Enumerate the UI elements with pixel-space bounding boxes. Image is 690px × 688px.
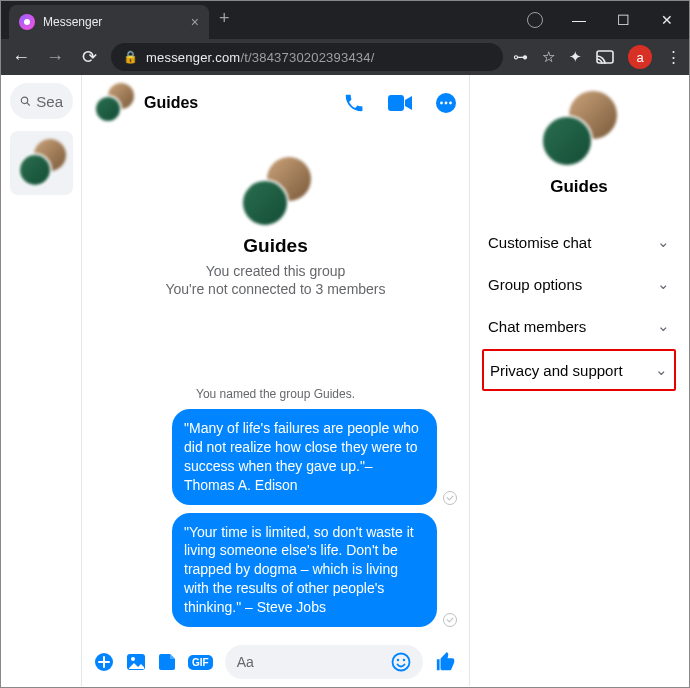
message-row: "Your time is limited, so don't waste it… [94, 513, 457, 627]
detail-row-customise[interactable]: Customise chat ⌄ [474, 221, 684, 263]
chevron-down-icon: ⌄ [657, 233, 670, 251]
browser-titlebar: Messenger × + ― ☐ ✕ [1, 1, 689, 39]
emoji-picker-icon[interactable] [391, 652, 411, 672]
audio-call-button[interactable] [343, 92, 365, 114]
system-message: You named the group Guides. [94, 387, 457, 401]
chat-body: Guides You created this group You're not… [82, 131, 469, 638]
profile-avatar[interactable]: a [628, 45, 652, 69]
browser-tab[interactable]: Messenger × [9, 5, 209, 39]
detail-row-chat-members[interactable]: Chat members ⌄ [474, 305, 684, 347]
svg-point-6 [445, 102, 448, 105]
svg-rect-3 [388, 95, 404, 111]
messenger-favicon [19, 14, 35, 30]
detail-label: Privacy and support [490, 362, 623, 379]
details-avatar[interactable] [541, 91, 617, 167]
delivered-icon [443, 613, 457, 627]
url-text: messenger.com/t/3843730202393434/ [146, 50, 375, 65]
svg-point-12 [397, 659, 399, 661]
detail-row-privacy[interactable]: Privacy and support ⌄ [484, 351, 674, 389]
window-controls: ― ☐ ✕ [513, 5, 689, 35]
gif-button[interactable]: GIF [188, 655, 213, 670]
photo-button[interactable] [126, 653, 146, 671]
tab-title: Messenger [43, 15, 183, 29]
reload-button[interactable]: ⟳ [77, 46, 101, 68]
message-bubble[interactable]: "Your time is limited, so don't waste it… [172, 513, 437, 627]
svg-point-7 [449, 102, 452, 105]
svg-point-11 [393, 654, 410, 671]
message-bubble[interactable]: "Many of life's failures are people who … [172, 409, 437, 505]
message-input[interactable]: Aa [225, 645, 423, 679]
messenger-app: Sea Guides Gui [2, 75, 688, 686]
svg-point-13 [403, 659, 405, 661]
svg-point-1 [21, 97, 27, 103]
detail-label: Customise chat [488, 234, 591, 251]
svg-point-5 [440, 102, 443, 105]
details-hero: Guides [474, 91, 684, 197]
composer: GIF Aa [82, 638, 469, 686]
group-hero: Guides You created this group You're not… [94, 157, 457, 297]
chat-header-avatar[interactable] [94, 83, 134, 123]
group-avatar [18, 139, 66, 187]
chevron-down-icon: ⌄ [657, 275, 670, 293]
conversation-item[interactable] [10, 131, 73, 195]
chat-column: Guides Guides You created this group You… [82, 75, 470, 686]
kebab-menu-icon[interactable]: ⋮ [666, 48, 681, 66]
browser-toolbar: ← → ⟳ 🔒 messenger.com/t/3843730202393434… [1, 39, 689, 75]
bookmark-star-icon[interactable]: ☆ [542, 48, 555, 66]
details-panel: Guides Customise chat ⌄ Group options ⌄ … [470, 75, 688, 686]
forward-button[interactable]: → [43, 47, 67, 68]
delivered-icon [443, 491, 457, 505]
close-window-button[interactable]: ✕ [645, 12, 689, 28]
detail-row-group-options[interactable]: Group options ⌄ [474, 263, 684, 305]
close-tab-icon[interactable]: × [191, 14, 199, 30]
svg-point-10 [131, 657, 135, 661]
highlighted-row: Privacy and support ⌄ [482, 349, 676, 391]
lock-icon: 🔒 [123, 50, 138, 64]
minimize-button[interactable]: ― [557, 12, 601, 28]
search-input[interactable]: Sea [10, 83, 73, 119]
message-row: "Many of life's failures are people who … [94, 409, 457, 505]
password-key-icon[interactable]: ⊶ [513, 48, 528, 66]
sticker-button[interactable] [158, 653, 176, 671]
back-button[interactable]: ← [9, 47, 33, 68]
detail-label: Group options [488, 276, 582, 293]
group-hero-avatar [241, 157, 311, 227]
search-placeholder: Sea [36, 93, 63, 110]
extensions-icon[interactable]: ✦ [569, 48, 582, 66]
cast-icon[interactable] [596, 50, 614, 64]
group-hero-title: Guides [243, 235, 307, 257]
group-hero-sub1: You created this group [206, 263, 346, 279]
detail-label: Chat members [488, 318, 586, 335]
details-title: Guides [550, 177, 608, 197]
chevron-down-icon: ⌄ [655, 361, 668, 379]
incognito-indicator-icon [513, 12, 557, 28]
group-hero-sub2: You're not connected to 3 members [165, 281, 385, 297]
chat-header: Guides [82, 75, 469, 131]
svg-line-2 [27, 103, 30, 106]
address-bar[interactable]: 🔒 messenger.com/t/3843730202393434/ [111, 43, 503, 71]
chat-title[interactable]: Guides [144, 94, 333, 112]
maximize-button[interactable]: ☐ [601, 12, 645, 28]
new-tab-button[interactable]: + [209, 8, 240, 29]
video-call-button[interactable] [387, 94, 413, 112]
conversation-rail: Sea [2, 75, 82, 686]
message-placeholder: Aa [237, 654, 254, 670]
chevron-down-icon: ⌄ [657, 317, 670, 335]
add-button[interactable] [94, 652, 114, 672]
search-icon [20, 93, 30, 109]
more-options-button[interactable] [435, 92, 457, 114]
like-button[interactable] [435, 651, 457, 673]
